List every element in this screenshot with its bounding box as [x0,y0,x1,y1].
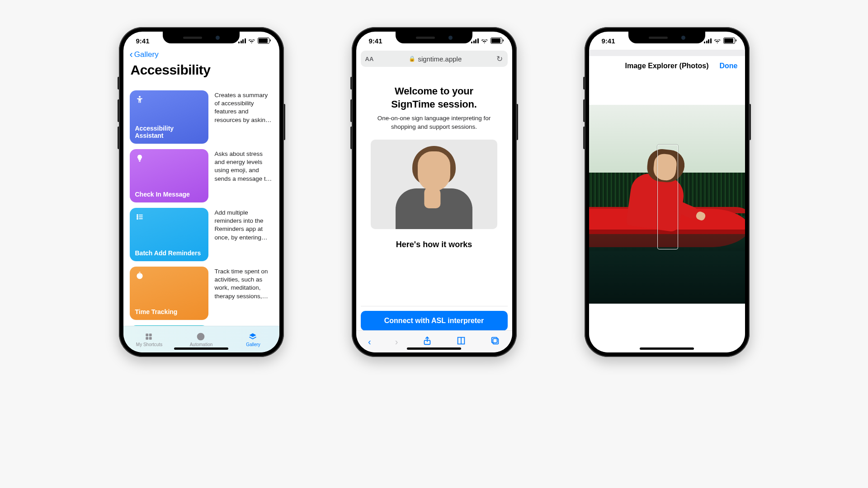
back-icon[interactable]: ‹ [368,337,371,347]
text-size-icon[interactable]: AA [365,56,374,62]
shortcut-description: Add multiple reminders into the Reminder… [215,208,273,261]
home-indicator[interactable] [407,347,461,350]
shortcut-item[interactable]: Batch Add RemindersAdd multiple reminder… [130,208,273,261]
shortcut-tile[interactable]: Time Tracking [130,267,208,320]
modal-header: Image Explorer (Photos) Done [589,56,745,76]
svg-point-3 [137,218,138,219]
tab-label: Automation [190,342,213,347]
shortcut-title: Accessibility Assistant [135,125,203,139]
status-time: 9:41 [369,37,382,45]
screen-shortcuts: 9:41 ‹ Gallery Accessibility Accessibili… [123,32,279,352]
tabs-icon[interactable] [490,336,500,348]
list-icon [135,212,203,224]
page-subtitle: One-on-one sign language interpreting fo… [364,114,504,131]
chevron-left-icon: ‹ [130,50,133,60]
tab-my-shortcuts[interactable]: My Shortcuts [123,326,175,352]
person-illustration [393,143,475,229]
stage: 9:41 ‹ Gallery Accessibility Accessibili… [0,0,868,488]
check-circle-icon [196,332,206,341]
url-text: signtime.apple [418,55,462,63]
svg-point-7 [137,273,142,279]
shortcut-item[interactable]: Check In MessageAsks about stress and en… [130,149,273,202]
shortcut-title: Check In Message [135,191,203,198]
lock-icon: 🔒 [409,56,415,62]
page-heading: Welcome to yourSignTime session. [364,85,504,111]
shortcut-item[interactable]: Time TrackingTrack time spent on activit… [130,267,273,320]
stopwatch-icon [135,271,203,282]
voiceover-focus-rect[interactable] [657,145,678,249]
shortcut-item[interactable]: Accessibility AssistantCreates a summary… [130,90,273,144]
shortcut-tile[interactable]: Batch Add Reminders [130,208,208,261]
svg-rect-10 [146,337,148,339]
layers-icon [248,332,258,341]
battery-icon [491,38,502,44]
svg-point-1 [137,215,138,216]
home-indicator[interactable] [174,347,228,350]
home-indicator[interactable] [640,347,694,350]
how-it-works-heading: Here's how it works [364,240,504,249]
svg-rect-8 [146,333,148,336]
shortcut-description: Creates a summary of accessibility featu… [215,90,273,144]
cellular-icon [704,38,712,43]
notch [628,32,705,43]
cellular-icon [238,38,246,43]
shortcut-description: Asks about stress and energy levels usin… [215,149,273,202]
status-time: 9:41 [136,37,150,45]
screen-image-explorer: 9:41 Image Explorer (Photos) Done [589,32,745,352]
connect-button[interactable]: Connect with ASL interpreter [361,311,508,331]
svg-rect-15 [492,337,497,343]
svg-point-2 [137,216,138,217]
lightbulb-icon [135,154,203,165]
person-arms-icon [135,95,203,106]
shortcut-title: Batch Add Reminders [135,249,203,257]
battery-icon [258,38,269,44]
webpage[interactable]: Welcome to yourSignTime session. One-on-… [356,68,512,307]
screen-safari: 9:41 AA 🔒 signtime.apple ↻ Welcome to yo… [356,32,512,352]
grid-icon [144,332,154,341]
svg-rect-9 [149,333,152,336]
shortcut-tile[interactable]: Check In Message [130,149,208,202]
tab-label: My Shortcuts [136,342,162,347]
shortcut-list[interactable]: Accessibility AssistantCreates a summary… [123,90,279,327]
share-icon[interactable] [422,336,432,348]
battery-icon [723,38,735,44]
cta-wrap: Connect with ASL interpreter [361,306,508,331]
page-title: Accessibility [123,61,279,82]
svg-rect-14 [493,338,498,344]
wifi-icon [248,38,255,43]
notch [396,32,472,43]
url-bar[interactable]: AA 🔒 signtime.apple ↻ [361,51,508,67]
back-label: Gallery [134,50,159,59]
phone-image-explorer: 9:41 Image Explorer (Photos) Done [585,27,750,357]
svg-rect-11 [149,337,152,339]
shortcut-title: Time Tracking [135,308,203,315]
bookmarks-icon[interactable] [456,336,466,348]
tab-gallery[interactable]: Gallery [227,326,279,352]
photo-area[interactable] [589,76,745,352]
parent-sheet-peek [589,50,745,56]
apple-logo-icon[interactable] [364,68,504,73]
wifi-icon [481,38,488,43]
done-button[interactable]: Done [720,62,738,70]
modal-title: Image Explorer (Photos) [625,62,709,70]
photo-image [589,105,745,304]
shortcut-tile[interactable]: Accessibility Assistant [130,90,208,144]
wifi-icon [714,38,721,43]
notch [163,32,240,43]
tab-label: Gallery [246,342,260,347]
shortcut-description: Track time spent on activities, such as … [215,267,273,320]
phone-shortcuts: 9:41 ‹ Gallery Accessibility Accessibili… [119,27,284,357]
status-time: 9:41 [602,37,615,45]
forward-icon: › [395,337,398,347]
interpreter-video[interactable] [371,140,497,229]
back-button[interactable]: ‹ Gallery [123,50,279,61]
reload-icon[interactable]: ↻ [496,54,503,64]
phone-safari: 9:41 AA 🔒 signtime.apple ↻ Welcome to yo… [352,27,517,357]
phone-row: 9:41 ‹ Gallery Accessibility Accessibili… [0,27,868,357]
cellular-icon [471,38,479,43]
svg-point-0 [139,96,141,98]
